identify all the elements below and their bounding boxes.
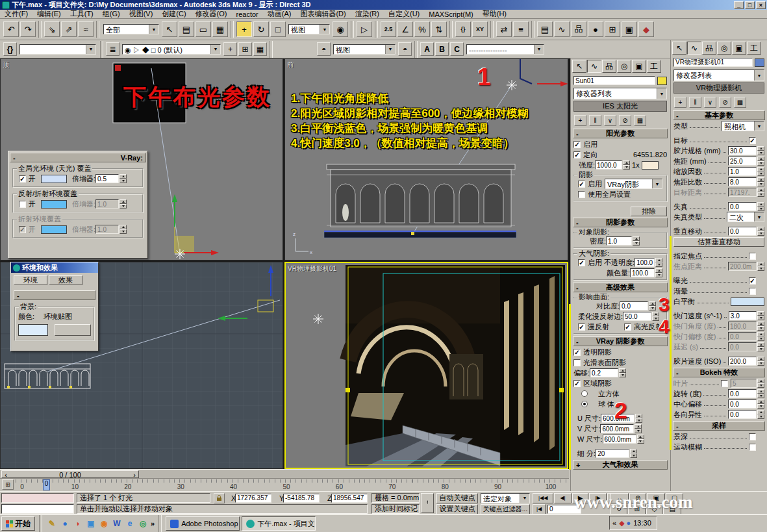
spinner[interactable] — [619, 368, 626, 377]
spinner-down-icon[interactable] — [757, 231, 764, 236]
spinner-down-icon[interactable] — [635, 418, 642, 423]
spinner-down-icon[interactable] — [633, 241, 640, 246]
checkbox[interactable] — [749, 253, 756, 260]
spinner-down-icon[interactable] — [619, 373, 626, 377]
value-field[interactable]: 20 — [596, 449, 629, 458]
spinner-down-icon[interactable] — [637, 439, 644, 444]
axis-constraint-icon[interactable]: XY — [472, 21, 488, 37]
checkbox[interactable] — [573, 151, 581, 158]
playback-prev-icon[interactable]: ◀| — [554, 493, 571, 503]
spinner-up-icon[interactable] — [757, 332, 764, 336]
modifier-stack-item[interactable]: IES 太阳光 — [573, 101, 667, 112]
pin-stack-icon[interactable]: + — [574, 115, 586, 126]
word-icon[interactable]: W — [111, 518, 123, 529]
configure-modifier-sets-icon[interactable]: ▦ — [634, 115, 646, 126]
selection-lock-icon[interactable] — [214, 493, 225, 503]
value-field[interactable]: 30.0 — [728, 146, 757, 155]
checkbox[interactable] — [749, 277, 756, 285]
select-and-rotate-icon[interactable]: ↻ — [253, 21, 269, 37]
value-field[interactable]: 600.0mm — [603, 435, 636, 444]
param-button[interactable]: 排除 — [631, 207, 667, 216]
layer-dropdown[interactable]: ◉ ▷ ◆ □ 0 (默认)▼ — [122, 44, 221, 55]
browser-icon[interactable]: ● — [59, 518, 71, 529]
maxscript-mini-listener[interactable] — [1, 493, 74, 503]
spinner-up-icon[interactable] — [630, 449, 637, 453]
go-to-start-icon[interactable]: |◀ — [533, 504, 546, 514]
spinner-down-icon[interactable] — [757, 361, 764, 366]
spinner-up-icon[interactable] — [757, 202, 764, 207]
mini-curve-editor-icon[interactable]: ⊞ — [2, 479, 14, 490]
snap-toggle-icon[interactable]: 2.5 — [381, 21, 396, 37]
menu-item-8[interactable]: 动画(A) — [263, 9, 296, 19]
spinner-down-icon[interactable] — [757, 207, 764, 211]
render-teapot-icon[interactable]: ◓ — [398, 42, 412, 56]
spinner[interactable] — [630, 449, 637, 458]
named-selection-icon[interactable]: {} — [3, 42, 17, 56]
render-setup-teapot-icon[interactable]: ◓ — [317, 42, 331, 56]
pin-stack-icon[interactable]: + — [674, 97, 686, 108]
checkbox[interactable] — [578, 181, 585, 188]
current-frame-marker[interactable]: 0 — [43, 479, 50, 490]
common-params-rollout[interactable]: - — [14, 290, 95, 300]
value-field[interactable]: 100.0 — [630, 268, 655, 277]
checkbox[interactable] — [573, 349, 581, 356]
material-editor-icon[interactable]: ● — [588, 21, 603, 37]
close-button[interactable]: × — [756, 1, 766, 9]
value-field[interactable]: 3.0 — [729, 311, 757, 320]
value-field[interactable]: 50.0 — [623, 312, 651, 321]
rollout-header[interactable]: -采样 — [673, 421, 765, 431]
spinner-up-icon[interactable] — [757, 322, 764, 326]
value-field[interactable]: 1.0 — [95, 225, 119, 234]
window-crossing-icon[interactable]: ▦ — [212, 21, 228, 37]
checkbox[interactable] — [578, 323, 585, 331]
spinner-up-icon[interactable] — [757, 227, 764, 231]
start-button[interactable]: 开始 — [1, 516, 35, 531]
hierarchy-tab-icon[interactable]: 品 — [702, 42, 716, 55]
rollout-header[interactable]: -阳光参数 — [573, 129, 668, 138]
hierarchy-tab-icon[interactable]: 品 — [602, 60, 616, 73]
create-tab-icon[interactable]: ↖ — [672, 42, 686, 55]
spinner-up-icon[interactable] — [757, 389, 764, 394]
value-field[interactable]: 100.0 — [635, 258, 655, 267]
taskbar-item-max[interactable]: 下午.max - 项目文... — [242, 516, 316, 531]
menu-item-0[interactable]: 文件(F) — [0, 9, 32, 19]
environment-dialog-titlebar[interactable]: 环境和效果 — [11, 262, 98, 273]
viewport-front[interactable]: 前 — [284, 58, 568, 260]
quick-render-icon[interactable]: ◆ — [638, 21, 654, 37]
select-and-move-icon[interactable]: + — [236, 21, 252, 37]
spinner-down-icon[interactable] — [757, 151, 764, 155]
checkbox[interactable] — [749, 444, 756, 451]
background-color-swatch[interactable] — [18, 324, 48, 336]
spinner-down-icon[interactable] — [757, 394, 764, 398]
spinner-down-icon[interactable] — [757, 182, 764, 186]
display-tab-icon[interactable]: ▣ — [732, 42, 746, 55]
value-field[interactable]: 600.0mm — [600, 424, 634, 433]
rollout-header[interactable]: -VRay 阴影参数 — [573, 336, 668, 346]
spinner[interactable] — [119, 199, 127, 209]
reference-coordinate-dropdown[interactable]: 视图▼ — [288, 24, 330, 34]
frame-back-icon[interactable]: ‹ — [2, 471, 10, 477]
named-selection-dropdown[interactable]: ▼ — [19, 44, 96, 55]
value-field[interactable]: 0.5 — [95, 174, 119, 183]
create-new-layer-icon[interactable]: + — [223, 42, 237, 56]
color-swatch[interactable] — [41, 225, 67, 234]
spinner[interactable] — [637, 435, 644, 444]
spinner-up-icon[interactable] — [757, 342, 764, 347]
checkbox[interactable] — [749, 137, 756, 144]
spinner-up-icon[interactable] — [757, 146, 764, 151]
select-and-manipulate-icon[interactable]: ▷ — [357, 21, 372, 37]
menu-item-6[interactable]: 修改器(O) — [191, 9, 232, 19]
value-field[interactable]: 0.0 — [728, 332, 757, 341]
modify-tab-icon[interactable]: ∿ — [687, 42, 701, 55]
spinner-up-icon[interactable] — [655, 258, 662, 262]
select-object-icon[interactable]: ↖ — [162, 21, 177, 37]
render-setup-icon[interactable]: ⊞ — [605, 21, 620, 37]
modify-tab-icon[interactable]: ∿ — [587, 60, 601, 73]
spinner[interactable] — [655, 258, 662, 267]
spinner[interactable] — [757, 227, 764, 236]
value-field[interactable]: 1.0 — [606, 236, 632, 246]
color-swatch[interactable] — [731, 298, 764, 306]
spinner-down-icon[interactable] — [757, 404, 764, 409]
render-preset-dropdown[interactable]: ----------------▼ — [466, 44, 544, 55]
object-color-swatch[interactable] — [755, 58, 764, 67]
